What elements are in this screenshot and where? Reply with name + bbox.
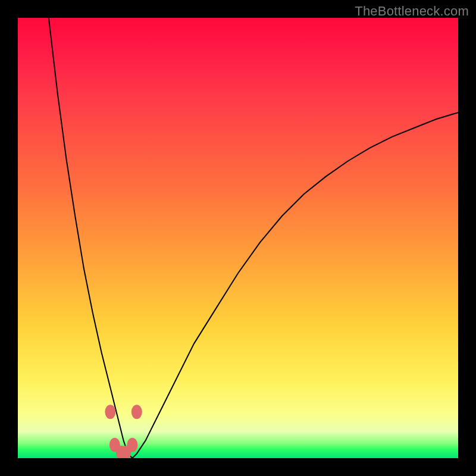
chart-frame: TheBottleneck.com — [0, 0, 476, 476]
curve-marker — [131, 405, 142, 419]
curve-marker — [105, 405, 115, 419]
curve-markers — [105, 405, 142, 458]
bottleneck-curve — [18, 18, 458, 458]
curve-path — [49, 18, 458, 458]
watermark-text: TheBottleneck.com — [355, 4, 469, 19]
plot-area — [18, 18, 458, 458]
